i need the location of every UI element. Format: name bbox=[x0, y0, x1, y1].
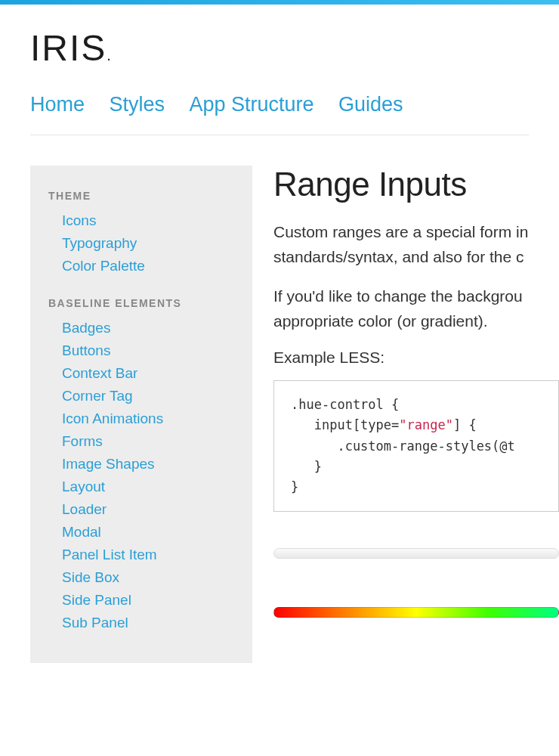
sidebar-list-theme: Icons Typography Color Palette bbox=[48, 212, 234, 274]
code-line-5: } bbox=[291, 479, 298, 494]
sidebar-item-color-palette[interactable]: Color Palette bbox=[62, 258, 145, 274]
nav-guides[interactable]: Guides bbox=[338, 93, 403, 116]
logo-text: IRIS bbox=[30, 28, 107, 68]
sidebar-item-layout[interactable]: Layout bbox=[62, 479, 105, 494]
para2-line1: If you'd like to change the backgrou bbox=[273, 284, 559, 309]
range-input-plain[interactable] bbox=[273, 548, 559, 559]
main-content: Range Inputs Custom ranges are a special… bbox=[252, 166, 559, 663]
code-line-2-string: "range" bbox=[399, 417, 453, 432]
page-title: Range Inputs bbox=[273, 166, 559, 203]
intro-paragraph-1: Custom ranges are a special form in stan… bbox=[273, 220, 559, 269]
para2-line2: appropriate color (or gradient). bbox=[273, 309, 559, 334]
code-example: .hue-control { input[type="range"] { .cu… bbox=[273, 380, 559, 512]
sidebar-item-corner-tag[interactable]: Corner Tag bbox=[62, 388, 133, 404]
sidebar-item-buttons[interactable]: Buttons bbox=[62, 342, 110, 358]
nav-app-structure[interactable]: App Structure bbox=[189, 93, 313, 116]
code-line-1: .hue-control { bbox=[291, 397, 399, 412]
sidebar-item-panel-list-item[interactable]: Panel List Item bbox=[62, 547, 157, 562]
primary-nav: Home Styles App Structure Guides bbox=[30, 93, 529, 135]
code-line-2b: ] { bbox=[453, 417, 477, 432]
sidebar-heading-baseline: BASELINE ELEMENTS bbox=[48, 297, 234, 309]
sidebar-item-sub-panel[interactable]: Sub Panel bbox=[62, 615, 128, 631]
sidebar-item-loader[interactable]: Loader bbox=[62, 501, 107, 517]
code-line-3: .custom-range-styles(@t bbox=[291, 438, 515, 454]
sidebar-item-image-shapes[interactable]: Image Shapes bbox=[62, 456, 155, 472]
sidebar-item-side-panel[interactable]: Side Panel bbox=[62, 592, 131, 608]
example-label: Example LESS: bbox=[273, 349, 559, 367]
sidebar-item-typography[interactable]: Typography bbox=[62, 235, 137, 251]
sidebar-item-modal[interactable]: Modal bbox=[62, 524, 101, 540]
nav-styles[interactable]: Styles bbox=[109, 93, 165, 116]
range-input-hue[interactable] bbox=[273, 607, 559, 618]
logo-dot: . bbox=[107, 47, 113, 64]
sidebar-item-context-bar[interactable]: Context Bar bbox=[62, 365, 137, 381]
sidebar-heading-theme: THEME bbox=[48, 190, 234, 202]
sidebar-item-side-box[interactable]: Side Box bbox=[62, 569, 119, 585]
sidebar-item-icon-animations[interactable]: Icon Animations bbox=[62, 411, 163, 426]
intro-paragraph-2: If you'd like to change the backgrou app… bbox=[273, 284, 559, 333]
sidebar-item-icons[interactable]: Icons bbox=[62, 212, 96, 228]
logo: IRIS. bbox=[30, 27, 529, 69]
code-line-4: } bbox=[291, 459, 322, 474]
sidebar-item-forms[interactable]: Forms bbox=[62, 433, 103, 449]
sidebar: THEME Icons Typography Color Palette BAS… bbox=[30, 166, 252, 663]
para1-line2: standards/syntax, and also for the c bbox=[273, 245, 559, 270]
nav-home[interactable]: Home bbox=[30, 93, 85, 116]
code-line-2a: input[type= bbox=[291, 417, 399, 432]
sidebar-item-badges[interactable]: Badges bbox=[62, 320, 110, 336]
para1-line1: Custom ranges are a special form in bbox=[273, 220, 559, 245]
sidebar-list-baseline: Badges Buttons Context Bar Corner Tag Ic… bbox=[48, 320, 234, 631]
